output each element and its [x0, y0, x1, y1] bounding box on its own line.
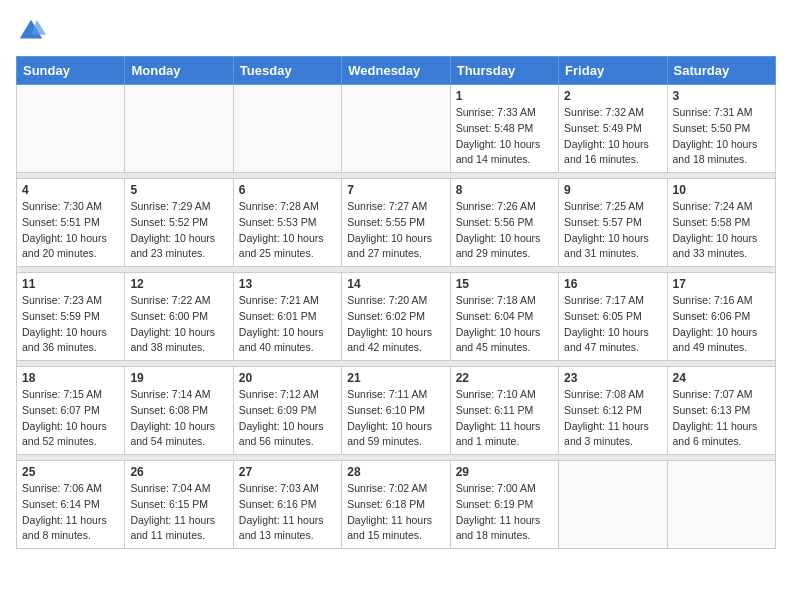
calendar-cell: 20Sunrise: 7:12 AM Sunset: 6:09 PM Dayli… — [233, 367, 341, 455]
day-number: 20 — [239, 371, 336, 385]
day-number: 7 — [347, 183, 444, 197]
day-info: Sunrise: 7:27 AM Sunset: 5:55 PM Dayligh… — [347, 199, 444, 262]
day-number: 25 — [22, 465, 119, 479]
day-info: Sunrise: 7:22 AM Sunset: 6:00 PM Dayligh… — [130, 293, 227, 356]
calendar-cell: 21Sunrise: 7:11 AM Sunset: 6:10 PM Dayli… — [342, 367, 450, 455]
day-number: 29 — [456, 465, 553, 479]
day-number: 28 — [347, 465, 444, 479]
day-info: Sunrise: 7:07 AM Sunset: 6:13 PM Dayligh… — [673, 387, 770, 450]
calendar-cell: 4Sunrise: 7:30 AM Sunset: 5:51 PM Daylig… — [17, 179, 125, 267]
day-number: 13 — [239, 277, 336, 291]
day-info: Sunrise: 7:29 AM Sunset: 5:52 PM Dayligh… — [130, 199, 227, 262]
calendar-cell — [667, 461, 775, 549]
calendar-cell: 28Sunrise: 7:02 AM Sunset: 6:18 PM Dayli… — [342, 461, 450, 549]
day-info: Sunrise: 7:06 AM Sunset: 6:14 PM Dayligh… — [22, 481, 119, 544]
day-number: 4 — [22, 183, 119, 197]
day-number: 21 — [347, 371, 444, 385]
calendar-cell: 13Sunrise: 7:21 AM Sunset: 6:01 PM Dayli… — [233, 273, 341, 361]
day-number: 24 — [673, 371, 770, 385]
day-info: Sunrise: 7:18 AM Sunset: 6:04 PM Dayligh… — [456, 293, 553, 356]
day-number: 11 — [22, 277, 119, 291]
calendar-cell: 26Sunrise: 7:04 AM Sunset: 6:15 PM Dayli… — [125, 461, 233, 549]
day-number: 5 — [130, 183, 227, 197]
calendar-cell: 24Sunrise: 7:07 AM Sunset: 6:13 PM Dayli… — [667, 367, 775, 455]
calendar-cell: 16Sunrise: 7:17 AM Sunset: 6:05 PM Dayli… — [559, 273, 667, 361]
calendar-cell — [17, 85, 125, 173]
day-info: Sunrise: 7:11 AM Sunset: 6:10 PM Dayligh… — [347, 387, 444, 450]
day-info: Sunrise: 7:31 AM Sunset: 5:50 PM Dayligh… — [673, 105, 770, 168]
day-info: Sunrise: 7:03 AM Sunset: 6:16 PM Dayligh… — [239, 481, 336, 544]
calendar-cell: 15Sunrise: 7:18 AM Sunset: 6:04 PM Dayli… — [450, 273, 558, 361]
day-info: Sunrise: 7:24 AM Sunset: 5:58 PM Dayligh… — [673, 199, 770, 262]
day-number: 27 — [239, 465, 336, 479]
day-info: Sunrise: 7:23 AM Sunset: 5:59 PM Dayligh… — [22, 293, 119, 356]
calendar-cell — [233, 85, 341, 173]
day-number: 2 — [564, 89, 661, 103]
day-info: Sunrise: 7:21 AM Sunset: 6:01 PM Dayligh… — [239, 293, 336, 356]
day-number: 19 — [130, 371, 227, 385]
calendar-week-0: 1Sunrise: 7:33 AM Sunset: 5:48 PM Daylig… — [17, 85, 776, 173]
calendar-cell: 7Sunrise: 7:27 AM Sunset: 5:55 PM Daylig… — [342, 179, 450, 267]
day-number: 1 — [456, 89, 553, 103]
column-header-thursday: Thursday — [450, 57, 558, 85]
calendar-week-1: 4Sunrise: 7:30 AM Sunset: 5:51 PM Daylig… — [17, 179, 776, 267]
calendar-week-4: 25Sunrise: 7:06 AM Sunset: 6:14 PM Dayli… — [17, 461, 776, 549]
column-header-monday: Monday — [125, 57, 233, 85]
day-info: Sunrise: 7:33 AM Sunset: 5:48 PM Dayligh… — [456, 105, 553, 168]
day-info: Sunrise: 7:08 AM Sunset: 6:12 PM Dayligh… — [564, 387, 661, 450]
calendar-cell — [342, 85, 450, 173]
day-number: 9 — [564, 183, 661, 197]
calendar-cell: 10Sunrise: 7:24 AM Sunset: 5:58 PM Dayli… — [667, 179, 775, 267]
logo — [16, 16, 50, 46]
day-number: 23 — [564, 371, 661, 385]
calendar-cell: 17Sunrise: 7:16 AM Sunset: 6:06 PM Dayli… — [667, 273, 775, 361]
day-number: 12 — [130, 277, 227, 291]
calendar-header-row: SundayMondayTuesdayWednesdayThursdayFrid… — [17, 57, 776, 85]
day-number: 16 — [564, 277, 661, 291]
calendar-cell: 18Sunrise: 7:15 AM Sunset: 6:07 PM Dayli… — [17, 367, 125, 455]
logo-icon — [16, 16, 46, 46]
day-info: Sunrise: 7:15 AM Sunset: 6:07 PM Dayligh… — [22, 387, 119, 450]
day-info: Sunrise: 7:20 AM Sunset: 6:02 PM Dayligh… — [347, 293, 444, 356]
calendar-cell: 12Sunrise: 7:22 AM Sunset: 6:00 PM Dayli… — [125, 273, 233, 361]
column-header-sunday: Sunday — [17, 57, 125, 85]
day-number: 18 — [22, 371, 119, 385]
day-info: Sunrise: 7:30 AM Sunset: 5:51 PM Dayligh… — [22, 199, 119, 262]
day-info: Sunrise: 7:26 AM Sunset: 5:56 PM Dayligh… — [456, 199, 553, 262]
day-number: 8 — [456, 183, 553, 197]
day-info: Sunrise: 7:17 AM Sunset: 6:05 PM Dayligh… — [564, 293, 661, 356]
day-number: 3 — [673, 89, 770, 103]
calendar-cell: 23Sunrise: 7:08 AM Sunset: 6:12 PM Dayli… — [559, 367, 667, 455]
column-header-tuesday: Tuesday — [233, 57, 341, 85]
day-info: Sunrise: 7:28 AM Sunset: 5:53 PM Dayligh… — [239, 199, 336, 262]
calendar-cell — [125, 85, 233, 173]
calendar-cell: 9Sunrise: 7:25 AM Sunset: 5:57 PM Daylig… — [559, 179, 667, 267]
column-header-saturday: Saturday — [667, 57, 775, 85]
column-header-wednesday: Wednesday — [342, 57, 450, 85]
calendar-week-2: 11Sunrise: 7:23 AM Sunset: 5:59 PM Dayli… — [17, 273, 776, 361]
calendar-cell: 3Sunrise: 7:31 AM Sunset: 5:50 PM Daylig… — [667, 85, 775, 173]
calendar-cell: 14Sunrise: 7:20 AM Sunset: 6:02 PM Dayli… — [342, 273, 450, 361]
calendar-cell: 6Sunrise: 7:28 AM Sunset: 5:53 PM Daylig… — [233, 179, 341, 267]
day-info: Sunrise: 7:00 AM Sunset: 6:19 PM Dayligh… — [456, 481, 553, 544]
calendar-cell — [559, 461, 667, 549]
calendar-cell: 8Sunrise: 7:26 AM Sunset: 5:56 PM Daylig… — [450, 179, 558, 267]
day-info: Sunrise: 7:25 AM Sunset: 5:57 PM Dayligh… — [564, 199, 661, 262]
day-info: Sunrise: 7:32 AM Sunset: 5:49 PM Dayligh… — [564, 105, 661, 168]
day-info: Sunrise: 7:04 AM Sunset: 6:15 PM Dayligh… — [130, 481, 227, 544]
day-info: Sunrise: 7:10 AM Sunset: 6:11 PM Dayligh… — [456, 387, 553, 450]
day-number: 10 — [673, 183, 770, 197]
header — [16, 16, 776, 46]
calendar-cell: 19Sunrise: 7:14 AM Sunset: 6:08 PM Dayli… — [125, 367, 233, 455]
day-number: 15 — [456, 277, 553, 291]
calendar: SundayMondayTuesdayWednesdayThursdayFrid… — [16, 56, 776, 549]
day-info: Sunrise: 7:12 AM Sunset: 6:09 PM Dayligh… — [239, 387, 336, 450]
calendar-cell: 22Sunrise: 7:10 AM Sunset: 6:11 PM Dayli… — [450, 367, 558, 455]
calendar-cell: 29Sunrise: 7:00 AM Sunset: 6:19 PM Dayli… — [450, 461, 558, 549]
day-info: Sunrise: 7:16 AM Sunset: 6:06 PM Dayligh… — [673, 293, 770, 356]
day-number: 17 — [673, 277, 770, 291]
day-number: 22 — [456, 371, 553, 385]
day-number: 14 — [347, 277, 444, 291]
calendar-cell: 11Sunrise: 7:23 AM Sunset: 5:59 PM Dayli… — [17, 273, 125, 361]
day-number: 26 — [130, 465, 227, 479]
